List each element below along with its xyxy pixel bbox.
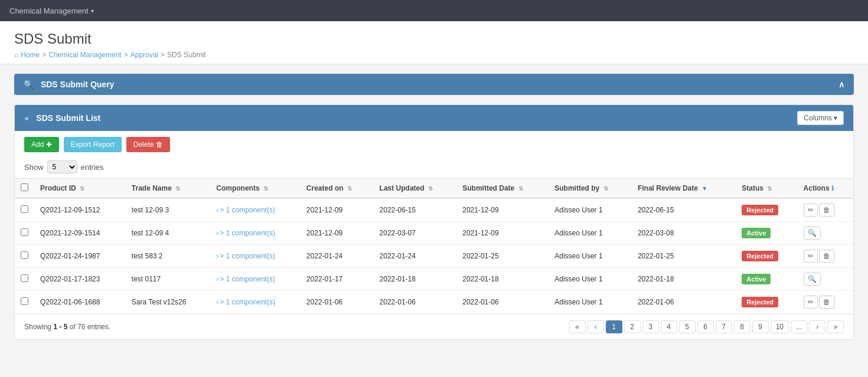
row-delete-button[interactable]: 🗑	[819, 296, 834, 309]
breadcrumb-sep3: >	[161, 51, 165, 59]
query-panel-header[interactable]: 🔍 SDS Submit Query ∧	[14, 74, 854, 95]
view-button[interactable]: 🔍	[804, 227, 821, 240]
final-review-date-cell: 2022-01-25	[632, 245, 736, 268]
submitted-date-cell: 2021-12-09	[456, 222, 549, 245]
page-last[interactable]: »	[827, 320, 844, 333]
app-name[interactable]: Chemical Management	[9, 6, 89, 15]
trade-name-cell: test 583 2	[126, 245, 210, 268]
row-1-checkbox[interactable]	[21, 228, 28, 236]
show-entries: Show 5 10 25 50 100 entries	[15, 158, 853, 178]
view-button[interactable]: 🔍	[804, 273, 821, 286]
component-link[interactable]: ›> 1 component(s)	[216, 229, 275, 237]
breadcrumb-sep1: >	[42, 51, 46, 59]
row-checkbox-cell	[15, 198, 34, 222]
page-first[interactable]: «	[569, 320, 586, 333]
row-4-checkbox[interactable]	[21, 297, 28, 305]
page-7[interactable]: 7	[716, 320, 732, 333]
header-submitted-by[interactable]: Submitted by ⇅	[549, 179, 632, 199]
page-5[interactable]: 5	[679, 320, 696, 333]
delete-button[interactable]: Delete 🗑	[126, 137, 170, 152]
status-cell: Rejected	[736, 245, 797, 268]
breadcrumb-current: SDS Submit	[167, 51, 205, 59]
product-id-cell: Q2022-01-24-1987	[34, 245, 126, 268]
product-id: Q2022-01-17-1823	[40, 275, 100, 283]
submitted-by-cell: Adisseo User 1	[549, 268, 632, 291]
header-trade-name[interactable]: Trade Name ⇅	[126, 179, 210, 199]
edit-button[interactable]: ✏	[804, 296, 818, 309]
table-row: Q2022-01-17-1823test 0117›> 1 component(…	[15, 268, 853, 291]
header-submitted-date[interactable]: Submitted Date ⇅	[456, 179, 549, 199]
row-checkbox-cell	[15, 268, 34, 291]
search-icon: 🔍	[24, 80, 34, 89]
page-3[interactable]: 3	[642, 320, 659, 333]
row-2-checkbox[interactable]	[21, 251, 28, 259]
row-delete-button[interactable]: 🗑	[819, 204, 834, 217]
actions-cell: ✏🗑	[798, 198, 853, 222]
sort-components: ⇅	[263, 185, 268, 192]
page-9[interactable]: 9	[752, 320, 769, 333]
toolbar: Add ✚ Export Report Delete 🗑	[15, 131, 853, 158]
page-next[interactable]: ›	[809, 320, 825, 333]
breadcrumb-approval[interactable]: Approval	[130, 51, 158, 59]
select-all-checkbox[interactable]	[21, 183, 28, 191]
page-10[interactable]: 10	[771, 320, 789, 333]
table-body: Q2021-12-09-1512test 12-09 3›> 1 compone…	[15, 198, 853, 314]
component-link[interactable]: ›> 1 component(s)	[216, 298, 275, 306]
submitted-date-cell: 2022-01-18	[456, 268, 549, 291]
trade-name-cell: test 12-09 3	[126, 198, 210, 222]
components-cell: ›> 1 component(s)	[210, 268, 301, 291]
status-badge: Rejected	[742, 297, 778, 307]
actions-cell: ✏🗑	[798, 245, 853, 268]
header-created-on[interactable]: Created on ⇅	[301, 179, 374, 199]
actions-cell: 🔍	[798, 268, 853, 291]
export-button[interactable]: Export Report	[64, 137, 122, 152]
list-panel: ● SDS Submit List Columns ▾ Add ✚ Export…	[14, 104, 854, 340]
created-on-cell: 2022-01-17	[301, 268, 374, 291]
row-checkbox-cell	[15, 222, 34, 245]
header-final-review-date[interactable]: Final Review Date ▼	[632, 179, 736, 199]
sort-submitted-by: ⇅	[603, 185, 608, 192]
breadcrumb-chemical[interactable]: Chemical Management	[48, 51, 121, 59]
submitted-date-cell: 2021-12-09	[456, 198, 549, 222]
page-prev[interactable]: ‹	[588, 320, 604, 333]
data-table: Product ID ⇅ Trade Name ⇅ Components ⇅ C…	[15, 178, 853, 314]
header-checkbox[interactable]	[15, 179, 34, 199]
show-label: Show	[24, 163, 44, 172]
component-link[interactable]: ›> 1 component(s)	[216, 206, 275, 214]
table-header: Product ID ⇅ Trade Name ⇅ Components ⇅ C…	[15, 179, 853, 199]
header-product-id[interactable]: Product ID ⇅	[34, 179, 126, 199]
chevron-right-icon: ›	[216, 298, 218, 306]
query-panel-title: SDS Submit Query	[41, 80, 114, 89]
status-badge: Rejected	[742, 251, 778, 261]
page-2[interactable]: 2	[624, 320, 641, 333]
entries-select[interactable]: 5 10 25 50 100	[47, 160, 77, 173]
page-4[interactable]: 4	[661, 320, 677, 333]
product-id-cell: Q2021-12-09-1514	[34, 222, 126, 245]
header-components[interactable]: Components ⇅	[210, 179, 301, 199]
breadcrumb-sep2: >	[124, 51, 128, 59]
breadcrumb-home[interactable]: Home	[21, 51, 40, 59]
component-link[interactable]: ›> 1 component(s)	[216, 252, 275, 260]
row-3-checkbox[interactable]	[21, 274, 28, 282]
last-updated-cell: 2022-03-07	[374, 222, 457, 245]
product-id-cell: Q2022-01-06-1688	[34, 291, 126, 314]
columns-button[interactable]: Columns ▾	[797, 111, 844, 125]
top-nav: Chemical Management ▾	[0, 0, 868, 21]
row-delete-button[interactable]: 🗑	[819, 250, 834, 263]
page-8[interactable]: 8	[734, 320, 750, 333]
header-last-updated[interactable]: Last Updated ⇅	[374, 179, 457, 199]
edit-button[interactable]: ✏	[804, 250, 818, 263]
query-panel: 🔍 SDS Submit Query ∧	[14, 74, 854, 95]
row-0-checkbox[interactable]	[21, 205, 28, 213]
page-1[interactable]: 1	[606, 320, 622, 333]
add-button[interactable]: Add ✚	[24, 137, 59, 152]
components-cell: ›> 1 component(s)	[210, 245, 301, 268]
nav-chevron: ▾	[91, 8, 94, 14]
edit-button[interactable]: ✏	[804, 204, 818, 217]
entries-label: entries	[81, 163, 104, 172]
page-6[interactable]: 6	[697, 320, 714, 333]
last-updated-cell: 2022-06-15	[374, 198, 457, 222]
row-checkbox-cell	[15, 245, 34, 268]
header-status[interactable]: Status ⇅	[736, 179, 797, 199]
component-link[interactable]: ›> 1 component(s)	[216, 275, 275, 283]
